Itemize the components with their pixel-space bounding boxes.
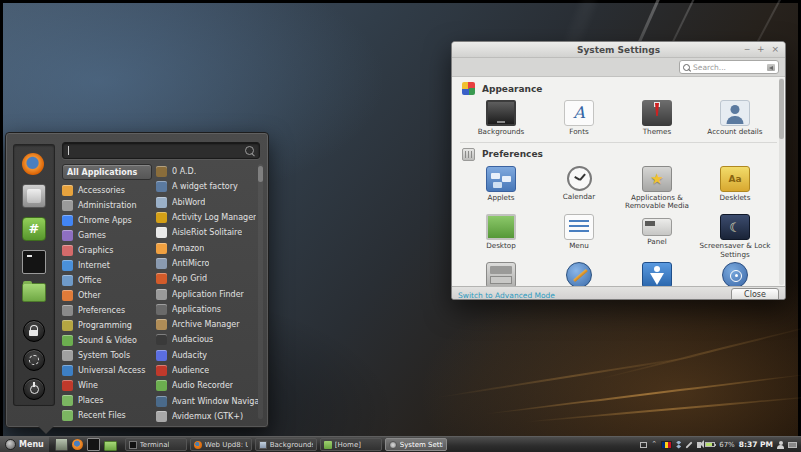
settings-tile-applications-removable-media[interactable]: Applications & Removable Media — [618, 163, 696, 211]
close-button[interactable]: Close — [731, 288, 779, 301]
titlebar[interactable]: System Settings ‒ + × — [452, 42, 785, 58]
settings-tile-desklets[interactable]: Desklets — [696, 163, 774, 211]
app-item[interactable]: A widget factory — [156, 179, 258, 194]
app-item[interactable]: Avidemux (GTK+) — [156, 409, 258, 424]
settings-tile-regional-settings[interactable]: Regional Settings — [540, 259, 618, 286]
settings-scrollbar[interactable] — [779, 78, 784, 285]
settings-tile-menu[interactable]: Menu — [540, 211, 618, 259]
menu-category[interactable]: Games — [62, 228, 152, 243]
launcher-terminal-icon[interactable] — [87, 438, 100, 451]
app-item[interactable]: Application Finder — [156, 286, 258, 301]
keyboard-applet-icon[interactable] — [788, 442, 797, 448]
settings-tile-languages[interactable]: Languages — [696, 259, 774, 286]
app-item[interactable]: Activity Log Manager — [156, 210, 258, 225]
app-item[interactable]: AbiWord — [156, 195, 258, 210]
app-item[interactable]: Audio Recorder — [156, 378, 258, 393]
menu-search-input[interactable] — [62, 142, 260, 159]
app-item[interactable]: Audacity — [156, 348, 258, 363]
launcher-firefox-icon[interactable] — [72, 439, 83, 450]
menu-category[interactable]: Graphics — [62, 243, 152, 258]
taskbar-window-button[interactable]: Backgrounds — [255, 438, 317, 451]
window-selector-icon[interactable] — [640, 442, 647, 448]
preferences-section-header: Preferences — [462, 148, 785, 161]
menu-category[interactable]: Wine — [62, 378, 152, 393]
settings-tile-universal-access[interactable]: Universal Access — [618, 259, 696, 286]
user-applet-icon[interactable] — [777, 441, 784, 449]
app-item[interactable]: Amazon — [156, 240, 258, 255]
software-manager-icon[interactable] — [22, 184, 46, 208]
taskbar-window-button[interactable]: System Settings — [385, 438, 447, 451]
menu-category[interactable]: Office — [62, 273, 152, 288]
menu-scrollbar-thumb[interactable] — [258, 166, 263, 182]
settings-tile-calendar[interactable]: Calendar — [540, 163, 618, 211]
system-settings-icon[interactable] — [22, 217, 46, 241]
close-window-button[interactable]: × — [771, 45, 779, 54]
clock[interactable]: 8:37 PM — [739, 440, 773, 449]
settings-tile-window-tiling-and-edge-flip[interactable]: Window Tiling and Edge Flip — [462, 259, 540, 286]
app-item[interactable]: AntiMicro — [156, 256, 258, 271]
tablet-pen-icon[interactable] — [686, 441, 693, 448]
taskbar-window-button[interactable]: [Home] — [320, 438, 382, 451]
launcher-files-icon[interactable] — [104, 441, 117, 451]
app-item[interactable]: 0 A.D. — [156, 164, 258, 179]
taskbar-window-button[interactable]: Web Upd8: Ubuntu /... — [190, 438, 252, 451]
settings-tile-backgrounds[interactable]: Backgrounds — [462, 97, 540, 137]
menu-button[interactable]: Menu — [0, 437, 49, 452]
category-label: Programming — [78, 321, 132, 330]
app-item[interactable]: Applications — [156, 302, 258, 317]
menu-category[interactable]: Universal Access — [62, 363, 152, 378]
logout-icon[interactable] — [23, 349, 45, 371]
battery-icon[interactable] — [705, 442, 715, 447]
lock-icon[interactable] — [23, 320, 45, 342]
menu-category[interactable]: Recent Files — [62, 408, 152, 423]
volume-icon[interactable] — [697, 442, 701, 448]
launcher-showdesk-icon[interactable] — [55, 438, 68, 451]
settings-tile-fonts[interactable]: Fonts — [540, 97, 618, 137]
category-all-applications[interactable]: All Applications — [62, 164, 152, 180]
expander-chevron-icon[interactable]: ⌃ — [651, 441, 657, 448]
switch-advanced-mode-link[interactable]: Switch to Advanced Mode — [458, 291, 555, 300]
menu-category[interactable]: Administration — [62, 198, 152, 213]
app-item[interactable]: Audacious — [156, 332, 258, 347]
system-settings-window: System Settings ‒ + × Search... Appearan… — [451, 41, 786, 300]
settings-tile-account-details[interactable]: Account details — [696, 97, 774, 137]
settings-tile-panel[interactable]: Panel — [618, 211, 696, 259]
app-item[interactable]: Archive Manager — [156, 317, 258, 332]
app-item[interactable]: Audience — [156, 363, 258, 378]
window-title: System Settings — [577, 45, 660, 55]
settings-search-input[interactable]: Search... — [679, 60, 779, 74]
app-label: 0 A.D. — [172, 167, 196, 176]
minimize-button[interactable]: ‒ — [744, 45, 750, 54]
menu-category[interactable]: System Tools — [62, 348, 152, 363]
files-icon[interactable] — [22, 283, 46, 302]
settings-tile-desktop[interactable]: Desktop — [462, 211, 540, 259]
keyboard-layout-flag-icon[interactable] — [661, 441, 672, 449]
preferences-icon — [462, 148, 475, 161]
clear-search-icon[interactable] — [767, 64, 775, 71]
menu-category[interactable]: Internet — [62, 258, 152, 273]
settings-tile-themes[interactable]: Themes — [618, 97, 696, 137]
app-item[interactable]: Avant Window Navigator — [156, 393, 258, 408]
bluetooth-icon[interactable] — [676, 441, 681, 449]
menu-category[interactable]: Programming — [62, 318, 152, 333]
menu-scrollbar[interactable] — [258, 164, 263, 419]
taskbar-window-button[interactable]: Terminal — [125, 438, 187, 451]
menu-category[interactable]: Sound & Video — [62, 333, 152, 348]
app-icon — [156, 334, 167, 345]
universal-icon — [642, 262, 672, 286]
menu-category[interactable]: Accessories — [62, 183, 152, 198]
appearance-icon — [462, 82, 475, 95]
settings-tile-applets[interactable]: Applets — [462, 163, 540, 211]
quit-icon[interactable] — [23, 378, 45, 400]
menu-category[interactable]: Other — [62, 288, 152, 303]
settings-scrollbar-thumb[interactable] — [779, 79, 784, 139]
menu-category[interactable]: Preferences — [62, 303, 152, 318]
maximize-button[interactable]: + — [757, 45, 765, 54]
app-item[interactable]: AisleRiot Solitaire — [156, 225, 258, 240]
terminal-icon[interactable] — [22, 250, 46, 274]
app-item[interactable]: App Grid — [156, 271, 258, 286]
menu-category[interactable]: Chrome Apps — [62, 213, 152, 228]
menu-category[interactable]: Places — [62, 393, 152, 408]
firefox-icon[interactable] — [22, 153, 44, 175]
settings-tile-screensaver-lock-settings[interactable]: Screensaver & Lock Settings — [696, 211, 774, 259]
